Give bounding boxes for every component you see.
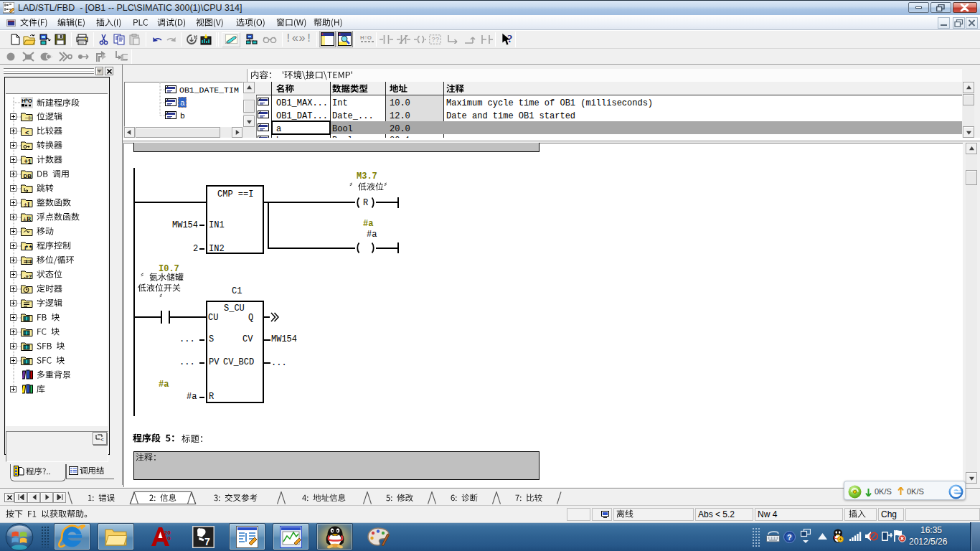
- svg-text:DB: DB: [24, 173, 32, 179]
- svg-text:10: 10: [164, 535, 171, 542]
- svg-text:?: ?: [787, 533, 792, 542]
- svg-text:HʰO: HʰO: [22, 98, 32, 104]
- svg-text:±R: ±R: [23, 215, 32, 222]
- svg-text:+1: +1: [24, 158, 32, 164]
- svg-text:⊣⊢: ⊣⊢: [24, 115, 33, 121]
- svg-text:-»?: -»?: [24, 273, 32, 280]
- svg-text:⇉⇉: ⇉⇉: [24, 259, 32, 264]
- svg-text:??: ??: [432, 37, 440, 44]
- svg-text:7: 7: [204, 536, 210, 547]
- svg-text:±I: ±I: [24, 201, 30, 207]
- svg-text:<: <: [25, 130, 29, 136]
- svg-text:↱↰: ↱↰: [24, 245, 33, 251]
- svg-text:<: <: [100, 436, 104, 441]
- svg-text:H↑O: H↑O: [360, 34, 372, 41]
- svg-text:?: ?: [507, 33, 513, 44]
